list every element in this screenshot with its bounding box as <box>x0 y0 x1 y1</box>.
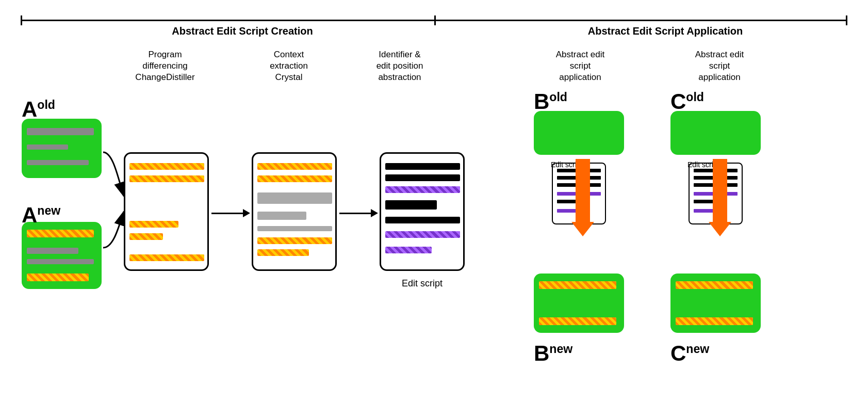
timeline <box>21 20 847 21</box>
step5-label: Abstract editscriptapplication <box>676 49 763 83</box>
b-new-label: Bnew <box>534 340 572 368</box>
step1-box <box>124 152 209 271</box>
arrow-step1-step2 <box>211 209 250 217</box>
a-new-box <box>22 222 102 289</box>
arrow-step2-step3 <box>339 209 378 217</box>
section1-label: Abstract Edit Script Creation <box>41 25 444 37</box>
a-new-label: Anew <box>22 201 60 230</box>
a-old-label: Aold <box>22 95 55 124</box>
diagram: Abstract Edit Script Creation Abstract E… <box>0 0 868 418</box>
b-new-box <box>534 274 624 333</box>
c-new-box <box>670 274 761 333</box>
c-old-label: Cold <box>670 88 704 116</box>
orange-arrow-c <box>709 159 731 236</box>
timeline-tick-right <box>846 15 847 25</box>
section2-label: Abstract Edit Script Application <box>464 25 866 37</box>
step4-label: Abstract editscriptapplication <box>536 49 624 83</box>
step3-box <box>380 152 465 271</box>
b-old-box <box>534 111 624 155</box>
step2-label: ContextextractionCrystal <box>248 49 330 83</box>
c-new-label: Cnew <box>670 340 709 368</box>
a-old-box <box>22 119 102 178</box>
c-old-box <box>670 111 761 155</box>
timeline-tick-mid <box>434 15 436 25</box>
edit-script-label: Edit script <box>380 278 465 290</box>
step3-label: Identifier &edit positionIdentifier & ed… <box>351 49 449 83</box>
step2-box <box>252 152 337 271</box>
orange-arrow-b <box>571 159 594 236</box>
step1-label: ProgramdifferencingChangeDistiller <box>124 49 206 83</box>
b-old-label: Bold <box>534 88 567 116</box>
timeline-tick-left <box>21 15 22 25</box>
